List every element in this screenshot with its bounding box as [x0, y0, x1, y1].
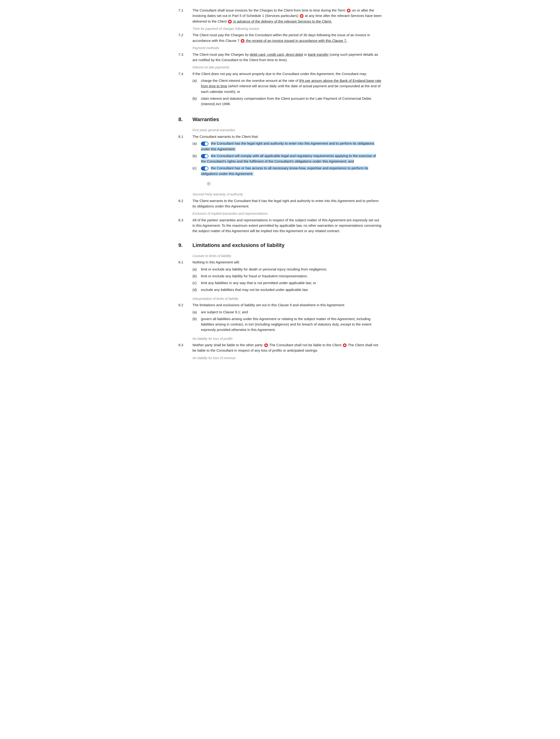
- clause-content-8-1: The Consultant warrants to the Client th…: [192, 134, 382, 189]
- list-label-9-1-a: (a): [192, 267, 201, 272]
- clause-7-3-text4: bank transfer: [308, 52, 329, 56]
- list-label-8-1-c: (c): [192, 165, 201, 176]
- list-content-9-2-a: are subject to Clause 9.1; and: [201, 309, 382, 315]
- section-8-title: Warranties: [192, 116, 219, 124]
- list-label-9-1-b: (b): [192, 273, 201, 279]
- sub-label-9-2: Interpretation of limits of liability: [192, 296, 382, 302]
- reddot-7-1-1: [347, 9, 351, 12]
- section-8: 8. Warranties First party general warran…: [178, 116, 382, 234]
- clause-7-4-a: (a) charge the Client interest on the ov…: [192, 78, 382, 94]
- clause-content-7-4: If the Client does not pay any amount pr…: [192, 71, 382, 108]
- list-content-9-1-a: limit or exclude any liability for death…: [201, 267, 382, 272]
- text-8-3: All of the parties' warranties and repre…: [192, 218, 382, 233]
- list-content-7-4-b: claim interest and statutory compensatio…: [201, 96, 382, 107]
- text-8-1-c: the Consultant has or has access to all …: [201, 166, 368, 175]
- list-content-8-1-b: the Consultant will comply with all appl…: [201, 153, 382, 164]
- clause-9-1-a: (a) limit or exclude any liability for d…: [192, 267, 382, 272]
- clause-7-4-b: (b) claim interest and statutory compens…: [192, 96, 382, 107]
- clause-9-3: 9.3 Neither party shall be liable to the…: [178, 342, 382, 353]
- toggle-8-1-c[interactable]: [201, 166, 208, 170]
- clause-7-2-text2: the receipt of an invoice issued in acco…: [245, 38, 347, 42]
- clause-9-2-intro: The limitations and exclusions of liabil…: [192, 302, 382, 308]
- toggle-8-1-b[interactable]: [201, 154, 208, 158]
- text-8-2: The Client warrants to the Consultant th…: [192, 199, 379, 208]
- list-label-8-1-a: (a): [192, 141, 201, 152]
- clause-7-4: 7.4 If the Client does not pay any amoun…: [178, 71, 382, 108]
- sub-label-7-1: Time for payment of charges following in…: [192, 26, 382, 31]
- clause-9-1-d: (d) exclude any liabilities that may not…: [192, 287, 382, 292]
- clause-num-9-2: 9.2: [178, 302, 192, 334]
- clause-8-1: 8.1 The Consultant warrants to the Clien…: [178, 134, 382, 189]
- sub-label-7-2: Payment methods: [192, 46, 382, 51]
- clause-9-1-c: (c) limit any liabilities in any way tha…: [192, 280, 382, 286]
- clause-8-2: 8.2 The Client warrants to the Consultan…: [178, 198, 382, 209]
- reddot-9-3-1: [264, 343, 268, 347]
- list-content-9-2-b: govern all liabilities arising under thi…: [201, 316, 382, 332]
- clause-7-1: 7.1 The Consultant shall issue invoices …: [178, 8, 382, 24]
- list-content-7-4-a: charge the Client interest on the overdu…: [201, 78, 382, 94]
- list-label-9-1-c: (c): [192, 280, 201, 286]
- clause-7-4-intro: If the Client does not pay any amount pr…: [192, 71, 382, 77]
- clause-content-7-2: The Client must pay the Charges to the C…: [192, 32, 382, 43]
- clause-9-2: 9.2 The limitations and exclusions of li…: [178, 302, 382, 334]
- clause-content-9-1: Nothing in this Agreement will: (a) limi…: [192, 260, 382, 294]
- section-9-num: 9.: [178, 241, 192, 249]
- clause-7-2: 7.2 The Client must pay the Charges to t…: [178, 32, 382, 43]
- clause-9-2-b: (b) govern all liabilities arising under…: [192, 316, 382, 332]
- clause-content-9-3: Neither party shall be liable to the oth…: [192, 342, 382, 353]
- clause-num-9-1: 9.1: [178, 260, 192, 294]
- sub-label-9-1: Caveats to limits of liability: [192, 254, 382, 259]
- reddot-7-1-3: [228, 20, 232, 23]
- clause-num-7-1: 7.1: [178, 8, 192, 24]
- sub-label-9-3b: No liability for loss of revenue: [192, 355, 382, 361]
- list-content-9-1-c: limit any liabilities in any way that is…: [201, 280, 382, 286]
- list-label-9-2-b: (b): [192, 316, 201, 332]
- clause-7-3-text3: or: [303, 52, 308, 56]
- clause-7-3-text1: The Client must pay the Charges by: [192, 52, 250, 56]
- clause-9-2-a: (a) are subject to Clause 9.1; and: [192, 309, 382, 315]
- clause-9-3-text2: The Consultant shall not be liable to th…: [268, 343, 342, 347]
- list-label-9-2-a: (a): [192, 309, 201, 315]
- list-content-8-1-a: the Consultant has the legal right and a…: [201, 141, 382, 152]
- section-9-title: Limitations and exclusions of liability: [192, 241, 284, 249]
- clause-num-7-2: 7.2: [178, 32, 192, 43]
- section-8-heading: 8. Warranties: [178, 116, 382, 124]
- toggle-8-1-a[interactable]: [201, 142, 208, 146]
- text-8-1-b: the Consultant will comply with all appl…: [201, 154, 376, 163]
- reddot-9-3-2: [343, 343, 346, 347]
- list-label-8-1-b: (b): [192, 153, 201, 164]
- clause-8-1-b: (b) the Consultant will comply with all …: [192, 153, 382, 164]
- sub-label-8-1: First party general warranties: [192, 128, 382, 133]
- list-content-9-1-d: exclude any liabilities that may not be …: [201, 287, 382, 292]
- clause-7-3: 7.3 The Client must pay the Charges by d…: [178, 52, 382, 63]
- clause-9-1-intro: Nothing in this Agreement will:: [192, 260, 382, 265]
- clause-num-7-3: 7.3: [178, 52, 192, 63]
- highlight-7-4-a: 8% per annum above the Bank of England b…: [201, 79, 381, 88]
- clause-9-3-text1: Neither party shall be liable to the oth…: [192, 343, 264, 347]
- text-8-1-a: the Consultant has the legal right and a…: [201, 141, 374, 151]
- clause-7-1-text4: in advance of the delivery of the releva…: [232, 19, 332, 23]
- list-content-9-1-b: limit or exclude any liability for fraud…: [201, 273, 382, 279]
- clause-num-8-2: 8.2: [178, 198, 192, 209]
- add-item-icon[interactable]: ⊕: [206, 180, 211, 188]
- clause-content-7-3: The Client must pay the Charges by debit…: [192, 52, 382, 63]
- sub-label-7-3: Interest on late payments: [192, 65, 382, 70]
- clause-7-1-text: The Consultant shall issue invoices for …: [192, 8, 346, 12]
- clause-num-9-3: 9.3: [178, 342, 192, 353]
- clause-8-1-a: (a) the Consultant has the legal right a…: [192, 141, 382, 152]
- clause-8-1-c: (c) the Consultant has or has access to …: [192, 165, 382, 176]
- section-9-heading: 9. Limitations and exclusions of liabili…: [178, 241, 382, 249]
- sub-label-8-3: Exclusion of implied warranties and repr…: [192, 211, 382, 216]
- clause-content-9-2: The limitations and exclusions of liabil…: [192, 302, 382, 334]
- list-label-9-1-d: (d): [192, 287, 201, 292]
- reddot-7-1-2: [300, 14, 303, 18]
- clause-num-7-4: 7.4: [178, 71, 192, 108]
- section-9: 9. Limitations and exclusions of liabili…: [178, 241, 382, 361]
- section-8-num: 8.: [178, 116, 192, 124]
- sub-label-8-2: Second Party warranty of authority: [192, 192, 382, 197]
- list-label-7-4-a: (a): [192, 78, 201, 94]
- clause-num-8-1: 8.1: [178, 134, 192, 189]
- sub-label-9-3: No liability for loss of profits: [192, 336, 382, 341]
- clause-content-8-2: The Client warrants to the Consultant th…: [192, 198, 382, 209]
- clause-num-8-3: 8.3: [178, 217, 192, 234]
